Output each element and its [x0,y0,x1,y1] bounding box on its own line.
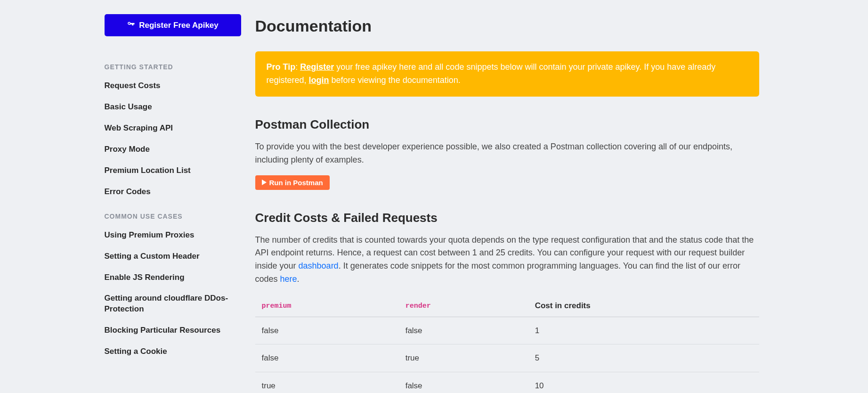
main-content: Documentation Pro Tip: Register your fre… [255,14,764,393]
credits-heading: Credit Costs & Failed Requests [255,209,759,227]
sidebar-heading: Common Use Cases [105,212,241,221]
sidebar: Register Free Apikey Getting Started Req… [105,14,255,393]
table-header-row: premium render Cost in credits [255,295,759,317]
sidebar-section-common-use-cases: Common Use Cases Using Premium Proxies S… [105,212,241,358]
register-apikey-button[interactable]: Register Free Apikey [105,14,241,36]
col-render: render [399,295,528,317]
credits-body: The number of credits that is counted to… [255,234,759,287]
postman-heading: Postman Collection [255,115,759,134]
dashboard-link[interactable]: dashboard [299,261,339,270]
sidebar-item-proxy-mode[interactable]: Proxy Mode [105,144,241,155]
credit-cost-table: premium render Cost in credits false fal… [255,295,759,393]
sidebar-item-basic-usage[interactable]: Basic Usage [105,102,241,113]
sidebar-item-blocking-resources[interactable]: Blocking Particular Resources [105,325,241,336]
sidebar-item-error-codes[interactable]: Error Codes [105,187,241,197]
sidebar-item-custom-header[interactable]: Setting a Custom Header [105,251,241,262]
sidebar-item-premium-proxies[interactable]: Using Premium Proxies [105,230,241,241]
col-cost: Cost in credits [528,295,759,317]
sidebar-item-js-rendering[interactable]: Enable JS Rendering [105,272,241,283]
sidebar-section-getting-started: Getting Started Request Costs Basic Usag… [105,62,241,197]
sidebar-item-cloudflare-ddos[interactable]: Getting around cloudflare DDos-Protectio… [105,293,241,315]
page-title: Documentation [255,14,759,38]
table-row: false true 5 [255,344,759,372]
run-in-postman-label: Run in Postman [269,179,323,187]
postman-body: To provide you with the best developer e… [255,140,759,167]
sidebar-item-setting-cookie[interactable]: Setting a Cookie [105,346,241,357]
key-icon [127,20,135,31]
pro-tip-alert: Pro Tip: Register your free apikey here … [255,51,759,97]
table-row: true false 10 [255,372,759,393]
tip-login-link[interactable]: login [309,75,329,85]
pro-tip-lead: Pro Tip [267,62,296,72]
sidebar-item-web-scraping-api[interactable]: Web Scraping API [105,123,241,134]
tip-register-link[interactable]: Register [300,62,334,72]
table-row: false false 1 [255,317,759,344]
register-apikey-label: Register Free Apikey [139,21,219,30]
sidebar-item-request-costs[interactable]: Request Costs [105,81,241,91]
col-premium: premium [255,295,399,317]
tip-text-2: before viewing the documentation. [329,75,461,85]
error-codes-here-link[interactable]: here [280,274,297,284]
run-in-postman-button[interactable]: Run in Postman [255,175,330,190]
sidebar-heading: Getting Started [105,62,241,72]
play-icon [262,179,267,187]
sidebar-item-premium-location-list[interactable]: Premium Location List [105,165,241,176]
